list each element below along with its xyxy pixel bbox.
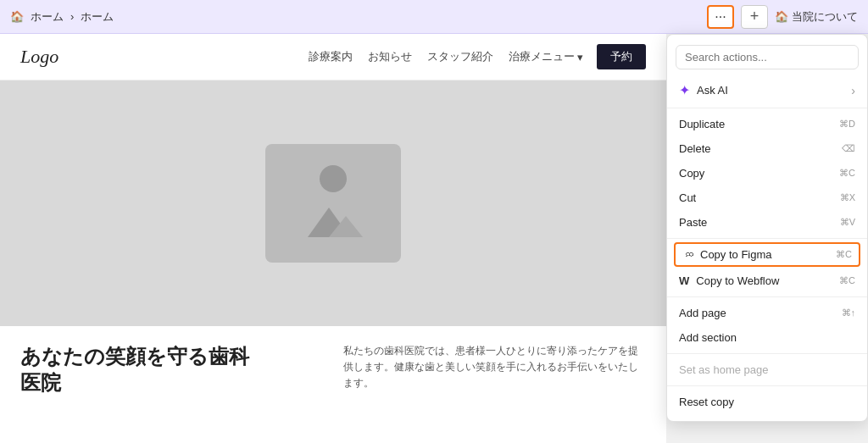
add-page-menu-item[interactable]: Add page ⌘↑ xyxy=(667,301,867,325)
copy-to-webflow-label: Copy to Webflow xyxy=(696,274,832,287)
site-logo: Logo xyxy=(20,46,58,68)
add-section-menu-item[interactable]: Add section xyxy=(667,325,867,350)
page-icon: 🏠 xyxy=(775,10,788,23)
nav-item-news: お知らせ xyxy=(368,49,412,64)
cut-shortcut: ⌘X xyxy=(840,192,855,203)
ellipsis-icon: ··· xyxy=(715,9,726,25)
menu-divider-1 xyxy=(667,108,867,108)
hero-image-placeholder xyxy=(265,144,401,263)
menu-divider-3 xyxy=(667,296,867,297)
copy-label: Copy xyxy=(679,167,832,180)
add-section-label: Add section xyxy=(679,331,855,344)
topbar-home-label: ホーム xyxy=(31,9,64,25)
hero-section xyxy=(0,80,666,326)
ask-ai-menu-item[interactable]: ✦ Ask AI › xyxy=(667,76,867,104)
copy-to-figma-shortcut: ⌘C xyxy=(836,249,852,260)
paste-shortcut: ⌘V xyxy=(840,217,855,228)
add-page-button[interactable]: + xyxy=(741,5,768,29)
topbar-page-label: ホーム xyxy=(81,9,114,25)
plus-icon: + xyxy=(750,8,760,25)
paste-menu-item[interactable]: Paste ⌘V xyxy=(667,210,867,235)
delete-label: Delete xyxy=(679,142,835,155)
add-page-shortcut: ⌘↑ xyxy=(842,307,856,318)
copy-to-figma-label: Copy to Figma xyxy=(700,248,829,261)
topbar-separator: › xyxy=(70,10,74,23)
copy-to-webflow-shortcut: ⌘C xyxy=(839,275,855,286)
chevron-down-icon: ▾ xyxy=(577,51,583,64)
set-home-page-menu-item: Set as home page xyxy=(667,357,867,382)
set-home-page-label: Set as home page xyxy=(679,363,855,376)
menu-divider-4 xyxy=(667,353,867,354)
context-menu: ✦ Ask AI › Duplicate ⌘D Delete ⌫ Copy ⌘C… xyxy=(666,34,868,422)
content-body: 私たちの歯科医院では、患者様一人ひとりに寄り添ったケアを提供します。健康な歯と美… xyxy=(343,343,646,399)
main-layout: Logo 診療案内 お知らせ スタッフ紹介 治療メニュー ▾ 予約 xyxy=(0,34,868,443)
webflow-icon: W xyxy=(679,274,689,287)
site-nav: 診療案内 お知らせ スタッフ紹介 治療メニュー ▾ xyxy=(309,49,583,64)
placeholder-circle xyxy=(320,165,347,192)
reset-copy-label: Reset copy xyxy=(679,396,855,408)
copy-shortcut: ⌘C xyxy=(839,168,855,179)
topbar-page-nav: 🏠 当院について xyxy=(775,9,858,25)
top-bar: 🏠 ホーム › ホーム ··· + 🏠 当院について xyxy=(0,0,868,34)
more-options-button[interactable]: ··· xyxy=(707,5,734,29)
duplicate-shortcut: ⌘D xyxy=(839,119,855,130)
nav-item-staff: スタッフ紹介 xyxy=(427,49,493,64)
menu-divider-2 xyxy=(667,238,867,239)
reservation-button[interactable]: 予約 xyxy=(597,44,646,69)
nav-item-clinic: 診療案内 xyxy=(309,49,353,64)
placeholder-mountain-icon xyxy=(299,199,367,241)
duplicate-menu-item[interactable]: Duplicate ⌘D xyxy=(667,112,867,136)
content-section: あなたの笑顔を守る歯科 医院 私たちの歯科医院では、患者様一人ひとりに寄り添った… xyxy=(0,326,666,416)
delete-shortcut: ⌫ xyxy=(842,143,855,154)
reset-copy-menu-item[interactable]: Reset copy xyxy=(667,390,867,414)
menu-divider-5 xyxy=(667,385,867,386)
figma-icon: ꩡ xyxy=(682,248,693,261)
nav-item-treatment: 治療メニュー ▾ xyxy=(509,49,583,64)
cut-menu-item[interactable]: Cut ⌘X xyxy=(667,186,867,210)
website-preview: Logo 診療案内 お知らせ スタッフ紹介 治療メニュー ▾ 予約 xyxy=(0,34,666,443)
copy-to-webflow-menu-item[interactable]: W Copy to Webflow ⌘C xyxy=(667,269,867,293)
copy-to-figma-menu-item[interactable]: ꩡ Copy to Figma ⌘C xyxy=(674,242,860,267)
ask-ai-arrow-icon: › xyxy=(851,84,855,97)
add-page-label: Add page xyxy=(679,307,835,319)
copy-menu-item[interactable]: Copy ⌘C xyxy=(667,161,867,186)
duplicate-label: Duplicate xyxy=(679,118,832,130)
delete-menu-item[interactable]: Delete ⌫ xyxy=(667,136,867,161)
content-title: あなたの笑顔を守る歯科 医院 xyxy=(20,343,323,396)
search-actions-input[interactable] xyxy=(676,45,859,69)
home-icon: 🏠 xyxy=(10,10,24,23)
cut-label: Cut xyxy=(679,191,833,204)
ask-ai-label: Ask AI xyxy=(697,84,844,97)
paste-label: Paste xyxy=(679,216,833,229)
ai-sparkle-icon: ✦ xyxy=(679,82,690,98)
site-header: Logo 診療案内 お知らせ スタッフ紹介 治療メニュー ▾ 予約 xyxy=(0,34,666,80)
